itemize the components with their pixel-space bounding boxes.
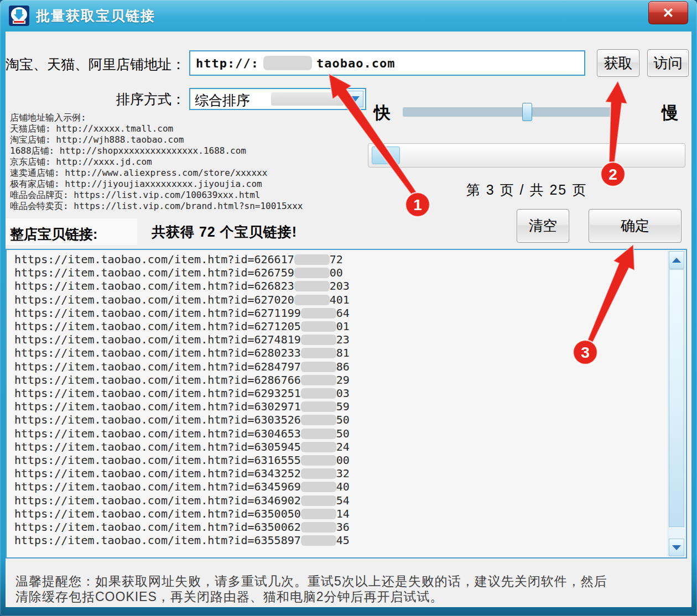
redaction-blur — [294, 281, 330, 291]
url-list: https://item.taobao.com/item.htm?id=6266… — [7, 250, 666, 557]
url-prefix: https://item.taobao.com/item.htm?id= — [14, 253, 254, 266]
speed-slider-thumb[interactable] — [522, 103, 532, 121]
url-id-suffix: 50 — [336, 427, 350, 440]
redaction-blur — [294, 268, 330, 278]
url-prefix: https://item.taobao.com/item.htm?id= — [14, 293, 254, 306]
url-id-suffix: 14 — [336, 507, 350, 520]
scrollbar[interactable] — [668, 251, 685, 556]
url-id-prefix: 6284797 — [254, 360, 300, 373]
fetch-button[interactable]: 获取 — [597, 49, 639, 77]
chevron-down-icon — [672, 545, 681, 550]
speed-slider-track[interactable] — [403, 107, 614, 117]
url-id-prefix: 6293251 — [254, 387, 300, 400]
window-frame: 批量获取宝贝链接 ✕ 淘宝、天猫、阿里店铺地址： http://:taobao.… — [0, 0, 697, 616]
result-url-line: https://item.taobao.com/item.htm?id=6304… — [14, 427, 666, 440]
confirm-button[interactable]: 确定 — [589, 209, 682, 243]
result-url-line: https://item.taobao.com/item.htm?id=6284… — [14, 360, 666, 373]
url-id-suffix: 32 — [336, 467, 350, 480]
result-url-line: https://item.taobao.com/item.htm?id=6280… — [14, 346, 666, 359]
example-line: 唯品会品牌页: https://list.vip.com/100639xxx.h… — [10, 190, 303, 201]
url-id-suffix: 203 — [330, 279, 350, 293]
example-line: 天猫店铺: http://xxxxx.tmall.com — [10, 123, 303, 134]
result-url-line: https://item.taobao.com/item.htm?id=6303… — [14, 413, 666, 426]
footer-notice-line2: 清除缓存包括COOKIES，再关闭路由器、猫和电脑2分钟后再开启试试。 — [15, 589, 624, 604]
dropdown-arrow-button[interactable] — [347, 91, 363, 107]
url-prefix: https://item.taobao.com/item.htm?id= — [14, 387, 254, 400]
clear-button[interactable]: 清空 — [517, 209, 569, 243]
url-id-prefix: 6305945 — [254, 440, 300, 453]
result-url-line: https://item.taobao.com/item.htm?id=6305… — [14, 440, 666, 453]
url-id-suffix: 00 — [330, 266, 343, 279]
shop-address-label: 淘宝、天猫、阿里店铺地址： — [6, 55, 185, 74]
dropdown-inner-shade — [271, 92, 344, 106]
scrollbar-up-button[interactable] — [669, 251, 684, 269]
result-url-line: https://item.taobao.com/item.htm?id=6343… — [14, 467, 666, 480]
chevron-down-icon — [351, 96, 360, 102]
url-id-suffix: 00 — [336, 453, 350, 467]
result-url-line: https://item.taobao.com/item.htm?id=6350… — [14, 520, 666, 534]
url-prefix: https://item.taobao.com/item.htm?id= — [14, 279, 254, 293]
shop-address-input[interactable]: http://:taobao.com — [189, 50, 585, 76]
result-url-line: https://item.taobao.com/item.htm?id=6271… — [14, 306, 666, 320]
url-prefix: https://item.taobao.com/item.htm?id= — [14, 346, 254, 359]
progress-chunk — [372, 147, 400, 164]
url-id-suffix: 401 — [330, 293, 350, 306]
scrollbar-thumb[interactable] — [669, 269, 684, 527]
url-prefix: https://item.taobao.com/item.htm?id= — [14, 494, 254, 507]
example-line: 唯品会特卖页: https://list.vip.com/brand.html?… — [10, 201, 303, 212]
url-prefix: https://item.taobao.com/item.htm?id= — [14, 453, 254, 467]
example-line: 速卖通店铺: http://www.aliexpress.com/store/x… — [10, 168, 303, 179]
url-id-suffix: 24 — [336, 440, 350, 453]
results-count-text: 共获得 72 个宝贝链接! — [152, 223, 297, 241]
redaction-blur — [301, 375, 336, 385]
fetch-button-label: 获取 — [604, 54, 633, 73]
example-lines: 天猫店铺: http://xxxxx.tmall.com淘宝店铺: http:/… — [10, 123, 303, 212]
url-id-prefix: 6280233 — [254, 346, 300, 359]
redaction-blur — [301, 522, 336, 533]
sort-mode-value: 综合排序 — [195, 91, 250, 109]
main-panel: 淘宝、天猫、阿里店铺地址： http://:taobao.com 获取 访问 排… — [6, 32, 691, 607]
visit-button-label: 访问 — [654, 54, 683, 73]
sort-mode-label: 排序方式： — [6, 90, 185, 108]
url-id-suffix: 40 — [336, 480, 350, 493]
url-id-suffix: 29 — [336, 373, 350, 387]
example-line: 极有家店铺: http://jiyoujiaxxxxxxxxx.jiyoujia… — [10, 179, 303, 190]
redaction-blur — [301, 495, 336, 506]
visit-button[interactable]: 访问 — [647, 49, 689, 77]
results-label: 整店宝贝链接: — [10, 225, 97, 243]
example-line: 1688店铺: http://shopxxxxxxxxxxxxxxx.1688.… — [10, 145, 303, 156]
close-icon: ✕ — [663, 5, 674, 21]
redaction-blur — [294, 295, 330, 305]
result-url-line: https://item.taobao.com/item.htm?id=6266… — [14, 253, 666, 266]
url-id-suffix: 01 — [336, 320, 350, 333]
window-title: 批量获取宝贝链接 — [36, 7, 155, 25]
url-id-suffix: 81 — [336, 346, 350, 359]
url-id-prefix: 6345969 — [254, 480, 300, 493]
result-url-line: https://item.taobao.com/item.htm?id=6355… — [14, 534, 666, 547]
url-prefix: https://item.taobao.com/item.htm?id= — [14, 440, 254, 453]
sort-mode-select[interactable]: 综合排序 — [189, 88, 366, 110]
close-button[interactable]: ✕ — [648, 1, 688, 24]
url-id-prefix: 6316555 — [254, 453, 300, 467]
url-id-prefix: 6303526 — [254, 413, 300, 426]
result-links-textarea[interactable]: https://item.taobao.com/item.htm?id=6266… — [6, 249, 687, 558]
url-id-prefix: 6274819 — [254, 333, 300, 346]
result-url-line: https://item.taobao.com/item.htm?id=6293… — [14, 387, 666, 400]
scrollbar-down-button[interactable] — [669, 539, 684, 556]
url-id-suffix: 23 — [336, 333, 350, 346]
url-prefix: https://item.taobao.com/item.htm?id= — [14, 333, 254, 346]
result-url-line: https://item.taobao.com/item.htm?id=6270… — [14, 293, 666, 306]
url-id-prefix: 6286766 — [254, 373, 300, 387]
redaction-blur — [263, 56, 312, 70]
redaction-blur — [301, 335, 336, 345]
titlebar: 批量获取宝贝链接 — [0, 0, 697, 32]
result-url-line: https://item.taobao.com/item.htm?id=6267… — [14, 266, 666, 279]
redaction-blur — [301, 482, 336, 492]
url-id-prefix: 627020 — [254, 293, 294, 306]
url-id-prefix: 6346902 — [254, 494, 300, 507]
url-prefix: https://item.taobao.com/item.htm?id= — [14, 306, 254, 320]
progress-bar — [368, 143, 685, 168]
url-prefix: https://item.taobao.com/item.htm?id= — [14, 320, 254, 333]
clear-button-label: 清空 — [529, 216, 558, 236]
app-download-icon — [9, 6, 29, 26]
